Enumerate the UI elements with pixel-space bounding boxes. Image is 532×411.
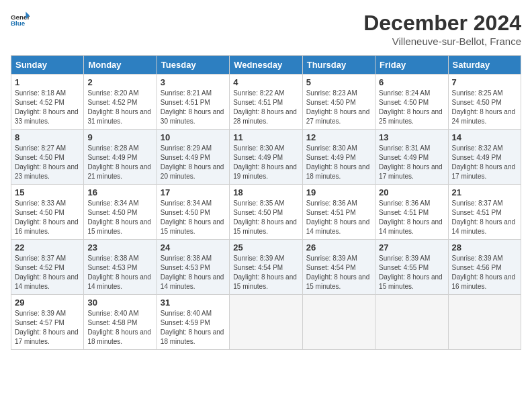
col-monday: Monday [84, 56, 157, 75]
table-row: 4Sunrise: 8:22 AMSunset: 4:51 PMDaylight… [230, 75, 302, 130]
table-row: 16Sunrise: 8:34 AMSunset: 4:50 PMDayligh… [84, 185, 157, 240]
table-row: 5Sunrise: 8:23 AMSunset: 4:50 PMDaylight… [302, 75, 375, 130]
table-row: 27Sunrise: 8:39 AMSunset: 4:55 PMDayligh… [375, 240, 448, 295]
table-row: 3Sunrise: 8:21 AMSunset: 4:51 PMDaylight… [157, 75, 229, 130]
table-row [375, 295, 448, 350]
table-row: 11Sunrise: 8:30 AMSunset: 4:49 PMDayligh… [230, 130, 302, 185]
day-number: 1 [15, 77, 80, 87]
table-row: 24Sunrise: 8:38 AMSunset: 4:53 PMDayligh… [157, 240, 229, 295]
day-number: 18 [233, 187, 298, 197]
day-number: 20 [379, 187, 444, 197]
day-info: Sunrise: 8:35 AMSunset: 4:50 PMDaylight:… [233, 199, 298, 236]
location-title: Villeneuve-sur-Bellot, France [363, 36, 521, 47]
day-number: 13 [379, 132, 444, 142]
day-number: 29 [15, 298, 80, 308]
day-info: Sunrise: 8:25 AMSunset: 4:50 PMDaylight:… [452, 89, 517, 126]
day-info: Sunrise: 8:33 AMSunset: 4:50 PMDaylight:… [15, 199, 80, 236]
day-number: 2 [87, 77, 152, 87]
day-info: Sunrise: 8:38 AMSunset: 4:53 PMDaylight:… [87, 254, 152, 291]
header: General Blue December 2024 Villeneuve-su… [11, 11, 521, 47]
day-info: Sunrise: 8:37 AMSunset: 4:52 PMDaylight:… [15, 254, 80, 291]
day-info: Sunrise: 8:28 AMSunset: 4:49 PMDaylight:… [87, 144, 152, 181]
col-thursday: Thursday [302, 56, 375, 75]
table-row: 19Sunrise: 8:36 AMSunset: 4:51 PMDayligh… [302, 185, 375, 240]
day-number: 21 [452, 187, 517, 197]
day-info: Sunrise: 8:34 AMSunset: 4:50 PMDaylight:… [87, 199, 152, 236]
day-info: Sunrise: 8:32 AMSunset: 4:49 PMDaylight:… [452, 144, 517, 181]
calendar-week-row: 1Sunrise: 8:18 AMSunset: 4:52 PMDaylight… [11, 75, 521, 130]
day-info: Sunrise: 8:40 AMSunset: 4:59 PMDaylight:… [161, 309, 226, 347]
day-info: Sunrise: 8:31 AMSunset: 4:49 PMDaylight:… [379, 144, 444, 181]
day-info: Sunrise: 8:36 AMSunset: 4:51 PMDaylight:… [306, 199, 371, 236]
table-row: 18Sunrise: 8:35 AMSunset: 4:50 PMDayligh… [230, 185, 302, 240]
table-row: 7Sunrise: 8:25 AMSunset: 4:50 PMDaylight… [448, 75, 521, 130]
day-number: 17 [161, 187, 226, 197]
day-info: Sunrise: 8:18 AMSunset: 4:52 PMDaylight:… [15, 89, 80, 126]
day-number: 4 [233, 77, 298, 87]
logo-icon: General Blue [11, 11, 30, 30]
table-row: 22Sunrise: 8:37 AMSunset: 4:52 PMDayligh… [11, 240, 84, 295]
day-number: 23 [87, 242, 152, 253]
table-row: 14Sunrise: 8:32 AMSunset: 4:49 PMDayligh… [448, 130, 521, 185]
table-row [230, 295, 302, 350]
day-number: 11 [233, 132, 298, 142]
day-info: Sunrise: 8:39 AMSunset: 4:55 PMDaylight:… [379, 254, 444, 291]
day-info: Sunrise: 8:20 AMSunset: 4:52 PMDaylight:… [87, 89, 152, 126]
day-number: 24 [161, 242, 226, 253]
day-info: Sunrise: 8:24 AMSunset: 4:50 PMDaylight:… [379, 89, 444, 126]
day-info: Sunrise: 8:39 AMSunset: 4:54 PMDaylight:… [233, 254, 298, 291]
day-info: Sunrise: 8:36 AMSunset: 4:51 PMDaylight:… [379, 199, 444, 236]
day-info: Sunrise: 8:39 AMSunset: 4:54 PMDaylight:… [306, 254, 371, 291]
day-number: 25 [233, 242, 298, 253]
logo: General Blue [11, 11, 30, 30]
day-number: 26 [306, 242, 371, 253]
col-sunday: Sunday [11, 56, 84, 75]
col-wednesday: Wednesday [230, 56, 302, 75]
day-number: 19 [306, 187, 371, 197]
header-row: Sunday Monday Tuesday Wednesday Thursday… [11, 56, 521, 75]
day-info: Sunrise: 8:21 AMSunset: 4:51 PMDaylight:… [161, 89, 226, 126]
title-area: December 2024 Villeneuve-sur-Bellot, Fra… [363, 11, 521, 47]
day-number: 22 [15, 242, 80, 253]
table-row: 1Sunrise: 8:18 AMSunset: 4:52 PMDaylight… [11, 75, 84, 130]
day-number: 14 [452, 132, 517, 142]
col-saturday: Saturday [448, 56, 521, 75]
month-title: December 2024 [363, 11, 521, 36]
calendar-week-row: 22Sunrise: 8:37 AMSunset: 4:52 PMDayligh… [11, 240, 521, 295]
day-number: 10 [161, 132, 226, 142]
day-number: 12 [306, 132, 371, 142]
day-number: 28 [452, 242, 517, 253]
day-info: Sunrise: 8:40 AMSunset: 4:58 PMDaylight:… [87, 309, 152, 347]
day-number: 15 [15, 187, 80, 197]
day-number: 16 [87, 187, 152, 197]
table-row: 8Sunrise: 8:27 AMSunset: 4:50 PMDaylight… [11, 130, 84, 185]
table-row: 25Sunrise: 8:39 AMSunset: 4:54 PMDayligh… [230, 240, 302, 295]
table-row: 21Sunrise: 8:37 AMSunset: 4:51 PMDayligh… [448, 185, 521, 240]
table-row: 17Sunrise: 8:34 AMSunset: 4:50 PMDayligh… [157, 185, 229, 240]
day-info: Sunrise: 8:29 AMSunset: 4:49 PMDaylight:… [161, 144, 226, 181]
day-info: Sunrise: 8:23 AMSunset: 4:50 PMDaylight:… [306, 89, 371, 126]
table-row: 29Sunrise: 8:39 AMSunset: 4:57 PMDayligh… [11, 295, 84, 350]
day-number: 30 [87, 298, 152, 308]
day-info: Sunrise: 8:39 AMSunset: 4:57 PMDaylight:… [15, 309, 80, 347]
day-info: Sunrise: 8:38 AMSunset: 4:53 PMDaylight:… [161, 254, 226, 291]
day-number: 31 [161, 298, 226, 308]
table-row [448, 295, 521, 350]
table-row: 20Sunrise: 8:36 AMSunset: 4:51 PMDayligh… [375, 185, 448, 240]
day-number: 3 [161, 77, 226, 87]
table-row: 13Sunrise: 8:31 AMSunset: 4:49 PMDayligh… [375, 130, 448, 185]
table-row: 10Sunrise: 8:29 AMSunset: 4:49 PMDayligh… [157, 130, 229, 185]
table-row: 30Sunrise: 8:40 AMSunset: 4:58 PMDayligh… [84, 295, 157, 350]
day-number: 27 [379, 242, 444, 253]
day-number: 6 [379, 77, 444, 87]
table-row [302, 295, 375, 350]
table-row: 15Sunrise: 8:33 AMSunset: 4:50 PMDayligh… [11, 185, 84, 240]
day-info: Sunrise: 8:37 AMSunset: 4:51 PMDaylight:… [452, 199, 517, 236]
col-friday: Friday [375, 56, 448, 75]
table-row: 26Sunrise: 8:39 AMSunset: 4:54 PMDayligh… [302, 240, 375, 295]
table-row: 6Sunrise: 8:24 AMSunset: 4:50 PMDaylight… [375, 75, 448, 130]
day-info: Sunrise: 8:30 AMSunset: 4:49 PMDaylight:… [233, 144, 298, 181]
day-number: 9 [87, 132, 152, 142]
day-info: Sunrise: 8:27 AMSunset: 4:50 PMDaylight:… [15, 144, 80, 181]
calendar-week-row: 8Sunrise: 8:27 AMSunset: 4:50 PMDaylight… [11, 130, 521, 185]
